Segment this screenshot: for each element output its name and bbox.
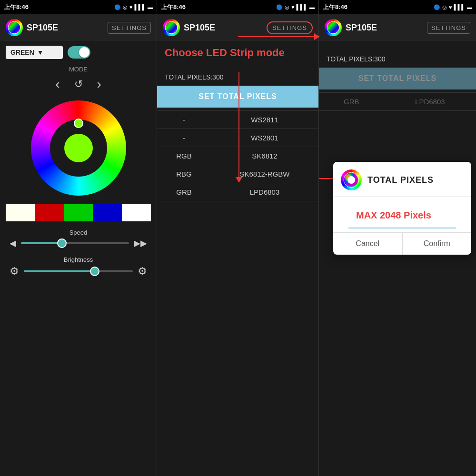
battery-icon: ▬ [148, 4, 153, 10]
led-mode-instruction: Choose LED Strip mode [157, 41, 318, 59]
dropdown-row: GREEN ▼ [0, 41, 157, 64]
app-logo-area-2: SP105E [163, 19, 215, 36]
table-cell: WS2801 [211, 129, 318, 147]
mode-controls: ‹ ↺ › [0, 73, 157, 96]
dialog-buttons: Cancel Confirm [333, 232, 471, 255]
dialog-pixel-input[interactable]: MAX 2048 Pixels [348, 203, 456, 228]
panel-3: 上午8:46 🔵 ◎ ♥ ▌▌▌ ▬ [319, 0, 476, 476]
brightness-slider-thumb[interactable] [90, 267, 99, 276]
mode-refresh-button[interactable]: ↺ [74, 78, 83, 90]
settings-button-1[interactable]: SETTINGS [108, 22, 151, 34]
signal-icon-3: ♥ [449, 4, 452, 10]
brightness-slider-track[interactable] [24, 270, 133, 272]
color-wheel-container[interactable] [0, 96, 157, 200]
wifi-icon: ◎ [123, 4, 128, 10]
svg-point-5 [347, 176, 355, 184]
color-wheel[interactable] [31, 100, 126, 196]
app-title-2: SP105E [184, 23, 215, 33]
speed-slider-thumb[interactable] [57, 238, 67, 248]
swatch-red[interactable] [35, 204, 64, 221]
mode-label: MODE [0, 66, 157, 73]
status-bar-1: 上午8:46 🔵 ◎ ♥ ▌▌▌ ▬ [0, 0, 157, 14]
mode-dropdown[interactable]: GREEN ▼ [6, 46, 63, 59]
color-wheel-inner [50, 119, 107, 177]
settings-button-3[interactable]: SETTINGS [427, 22, 470, 34]
mode-next-button[interactable]: › [97, 77, 101, 92]
bars-icon: ▌▌▌ [135, 4, 146, 10]
bluetooth-icon-2: 🔵 [276, 4, 283, 10]
brightness-label: Brightness [10, 256, 147, 263]
dialog-confirm-button[interactable]: Confirm [403, 233, 472, 255]
dialog-input-wrapper: MAX 2048 Pixels [333, 197, 471, 228]
table-row[interactable]: GRB LPD6803 [157, 183, 318, 201]
app-logo-area-3: SP105E [325, 19, 377, 36]
bars-icon-3: ▌▌▌ [454, 4, 465, 10]
battery-icon-2: ▬ [309, 4, 315, 10]
dialog-max-pixels-text: MAX 2048 Pixels [356, 210, 431, 220]
dialog-logo [341, 169, 362, 190]
bars-icon-2: ▌▌▌ [297, 4, 307, 10]
swatch-cream[interactable] [6, 204, 35, 221]
table-cell: RGB [157, 147, 211, 165]
status-bar-3: 上午8:46 🔵 ◎ ♥ ▌▌▌ ▬ [319, 0, 476, 14]
red-arrow-right-header [238, 33, 320, 40]
table-cell: RBG [157, 165, 211, 183]
table-cell: SK6812 [211, 147, 318, 165]
swatch-green[interactable] [64, 204, 93, 221]
swatch-white[interactable] [122, 204, 151, 221]
total-pixels-label-3: TOTAL PIXELS:300 [319, 41, 476, 68]
table-row[interactable]: GRB LPD6803 [319, 93, 476, 111]
swatch-blue[interactable] [93, 204, 122, 221]
brightness-slider-section: Brightness ⚙ ⚙ [0, 252, 157, 281]
time-1: 上午8:46 [4, 3, 29, 11]
wheel-indicator [74, 119, 83, 128]
table-cell: LPD6803 [384, 93, 476, 111]
time-2: 上午8:46 [161, 3, 186, 11]
signal-icon: ♥ [129, 4, 133, 10]
red-arrow-down-1 [236, 72, 242, 183]
speed-slider-track[interactable] [21, 242, 129, 244]
table-cell: - [157, 129, 211, 147]
app-header-1: SP105E SETTINGS [0, 14, 157, 41]
status-bar-2: 上午8:46 🔵 ◎ ♥ ▌▌▌ ▬ [157, 0, 318, 14]
speed-increase-button[interactable]: ▶▶ [134, 238, 147, 248]
table-cell: GRB [157, 183, 211, 201]
table-cell: WS2811 [211, 111, 318, 129]
color-swatches [6, 204, 151, 221]
panel-2: 上午8:46 🔵 ◎ ♥ ▌▌▌ ▬ [157, 0, 319, 476]
signal-icon-2: ♥ [291, 4, 295, 10]
dialog-title: TOTAL PIXELS [367, 175, 434, 185]
mode-prev-button[interactable]: ‹ [55, 77, 60, 92]
speed-slider-section: Speed ◀ ▶▶ [0, 225, 157, 252]
status-icons-3: 🔵 ◎ ♥ ▌▌▌ ▬ [434, 4, 472, 10]
battery-icon-3: ▬ [467, 4, 472, 10]
dialog-cancel-button[interactable]: Cancel [333, 233, 402, 255]
pixel-type-table-3: GRB LPD6803 [319, 92, 476, 111]
color-center-dot [64, 134, 93, 162]
brightness-slider-row: ⚙ ⚙ [10, 265, 147, 278]
brightness-high-icon[interactable]: ⚙ [138, 265, 147, 278]
table-cell: SK6812-RGBW [211, 165, 318, 183]
app-header-3: SP105E SETTINGS [319, 14, 476, 41]
set-pixels-button-3[interactable]: SET TOTAL PIXELS [319, 68, 476, 89]
speed-decrease-button[interactable]: ◀ [10, 238, 16, 248]
app-logo-area-1: SP105E [6, 19, 58, 36]
settings-button-2[interactable]: SETTINGS [267, 21, 313, 34]
toggle-switch[interactable] [68, 46, 90, 59]
table-cell: LPD6803 [211, 183, 318, 201]
speed-slider-row: ◀ ▶▶ [10, 238, 147, 248]
brightness-low-icon[interactable]: ⚙ [10, 265, 19, 278]
status-icons-1: 🔵 ◎ ♥ ▌▌▌ ▬ [114, 4, 153, 10]
app-logo-3 [325, 19, 342, 36]
app-logo-2 [163, 19, 180, 36]
app-title-3: SP105E [346, 23, 377, 33]
table-cell: - [157, 111, 211, 129]
panel-1: 上午8:46 🔵 ◎ ♥ ▌▌▌ ▬ [0, 0, 157, 476]
time-3: 上午8:46 [323, 3, 347, 11]
app-logo-1 [6, 19, 23, 36]
bluetooth-icon-3: 🔵 [434, 4, 440, 10]
toggle-knob [79, 47, 89, 58]
wifi-icon-3: ◎ [442, 4, 447, 10]
status-icons-2: 🔵 ◎ ♥ ▌▌▌ ▬ [276, 4, 315, 10]
dialog-total-pixels: TOTAL PIXELS MAX 2048 Pixels Cancel Conf… [333, 162, 471, 255]
